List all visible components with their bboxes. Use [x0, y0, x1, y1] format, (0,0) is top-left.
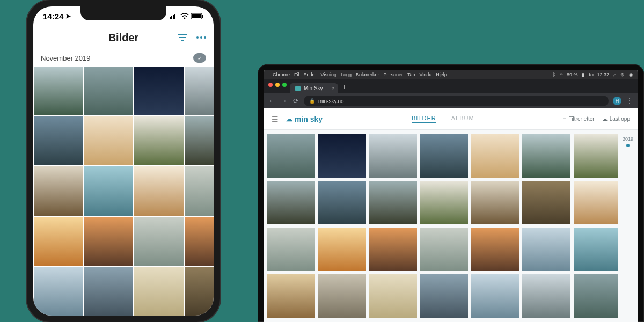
menubar-datetime: tor. 12:32: [589, 72, 609, 77]
filter-button[interactable]: ≡ Filtrer etter: [563, 116, 594, 122]
photo-thumb[interactable]: [318, 228, 366, 271]
reload-icon[interactable]: ⟳: [292, 97, 299, 105]
location-icon: ➤: [65, 12, 71, 20]
photo-thumb[interactable]: [471, 134, 519, 178]
photo-thumb[interactable]: [84, 217, 133, 266]
tab-bilder[interactable]: BILDER: [412, 115, 436, 123]
maximize-window-icon[interactable]: [282, 83, 287, 87]
menu-item[interactable]: Personer: [383, 72, 403, 77]
photo-thumb[interactable]: [185, 217, 214, 266]
photo-thumb[interactable]: [134, 217, 183, 266]
url-bar[interactable]: 🔒 min-sky.no: [304, 96, 609, 106]
filter-icon[interactable]: [177, 34, 188, 41]
photo-thumb[interactable]: [369, 274, 417, 318]
photo-thumb[interactable]: [420, 134, 468, 178]
photo-thumb[interactable]: [369, 134, 417, 178]
menu-item[interactable]: Visning: [321, 72, 336, 77]
photo-thumb[interactable]: [34, 267, 83, 316]
site-tabs: BILDER ALBUM: [330, 115, 555, 123]
browser-menu-icon[interactable]: ⋮: [626, 97, 633, 105]
menu-item[interactable]: Chrome: [273, 72, 290, 77]
phone-photo-grid[interactable]: [33, 67, 214, 316]
more-icon[interactable]: [196, 36, 206, 39]
photo-thumb[interactable]: [185, 267, 214, 316]
photo-thumb[interactable]: [420, 274, 468, 318]
phone-screen: 14:24 ➤ Bilder: [33, 6, 214, 316]
timeline-rail[interactable]: 2019: [618, 130, 638, 322]
cloud-check-icon[interactable]: ✓: [193, 53, 206, 63]
new-tab-button[interactable]: +: [338, 83, 351, 93]
photo-thumb[interactable]: [267, 228, 315, 271]
photo-thumb[interactable]: [574, 274, 618, 318]
timeline-marker-icon[interactable]: [626, 144, 630, 147]
menu-item[interactable]: Fil: [294, 72, 299, 77]
svg-rect-1: [171, 16, 172, 19]
photo-thumb[interactable]: [471, 274, 519, 318]
photo-thumb[interactable]: [522, 134, 570, 178]
laptop-photo-grid[interactable]: [264, 130, 618, 322]
photo-thumb[interactable]: [134, 116, 183, 165]
photo-thumb[interactable]: [318, 274, 366, 318]
photo-thumb[interactable]: [574, 228, 618, 271]
photo-thumb[interactable]: [369, 181, 417, 224]
upload-button[interactable]: ☁ Last opp: [602, 116, 630, 122]
browser-tabstrip: Min Sky × +: [264, 79, 638, 93]
timeline-year[interactable]: 2019: [618, 136, 638, 142]
menu-item[interactable]: Logg: [341, 72, 352, 77]
menu-item[interactable]: Bokmerker: [356, 72, 379, 77]
window-controls[interactable]: [267, 83, 290, 90]
menu-item[interactable]: Endre: [304, 72, 317, 77]
photo-thumb[interactable]: [267, 274, 315, 318]
svg-rect-6: [192, 14, 201, 18]
photo-thumb[interactable]: [267, 181, 315, 224]
control-center-icon[interactable]: ⊜: [620, 72, 625, 77]
photo-thumb[interactable]: [34, 166, 83, 215]
photo-thumb[interactable]: [471, 181, 519, 224]
tab-album[interactable]: ALBUM: [451, 115, 474, 123]
photo-thumb[interactable]: [522, 228, 570, 271]
photo-thumb[interactable]: [185, 166, 214, 215]
minimize-window-icon[interactable]: [275, 83, 280, 87]
photo-thumb[interactable]: [84, 67, 133, 115]
battery-icon[interactable]: ▮: [582, 72, 584, 77]
profile-avatar[interactable]: H: [613, 97, 621, 105]
photo-thumb[interactable]: [84, 166, 133, 215]
menu-item[interactable]: Tab: [407, 72, 415, 77]
bluetooth-icon[interactable]: ᛒ: [553, 72, 555, 77]
photo-thumb[interactable]: [267, 134, 315, 178]
wifi-icon[interactable]: ⌔: [560, 72, 562, 77]
hamburger-icon[interactable]: ☰: [272, 115, 279, 123]
close-window-icon[interactable]: [268, 83, 273, 87]
forward-icon[interactable]: →: [280, 97, 288, 105]
brand-logo[interactable]: ☁ min sky: [286, 115, 323, 123]
photo-thumb[interactable]: [369, 228, 417, 271]
photo-thumb[interactable]: [84, 267, 133, 316]
photo-thumb[interactable]: [522, 274, 570, 318]
photo-thumb[interactable]: [134, 166, 183, 215]
photo-thumb[interactable]: [34, 217, 83, 266]
close-tab-icon[interactable]: ×: [332, 85, 335, 91]
photo-thumb[interactable]: [420, 181, 468, 224]
photo-thumb[interactable]: [185, 116, 214, 165]
photo-thumb[interactable]: [134, 267, 183, 316]
photo-thumb[interactable]: [185, 67, 214, 115]
filter-icon: ≡: [563, 116, 566, 122]
macos-menubar[interactable]: Chrome Fil Endre Visning Logg Bokmerker …: [264, 70, 638, 79]
photo-thumb[interactable]: [134, 67, 183, 115]
photo-thumb[interactable]: [318, 134, 366, 178]
menu-item[interactable]: Hjelp: [436, 72, 447, 77]
photo-thumb[interactable]: [34, 116, 83, 165]
photo-thumb[interactable]: [471, 228, 519, 271]
browser-tab[interactable]: Min Sky ×: [290, 83, 338, 93]
photo-thumb[interactable]: [318, 181, 366, 224]
siri-icon[interactable]: ◉: [629, 72, 633, 77]
menu-item[interactable]: Vindu: [420, 72, 432, 77]
photo-thumb[interactable]: [34, 67, 83, 115]
photo-thumb[interactable]: [522, 181, 570, 224]
photo-thumb[interactable]: [84, 116, 133, 165]
photo-thumb[interactable]: [574, 181, 618, 224]
photo-thumb[interactable]: [420, 228, 468, 271]
back-icon[interactable]: ←: [268, 97, 276, 105]
search-icon[interactable]: ⌕: [613, 72, 616, 77]
photo-thumb[interactable]: [574, 134, 618, 178]
